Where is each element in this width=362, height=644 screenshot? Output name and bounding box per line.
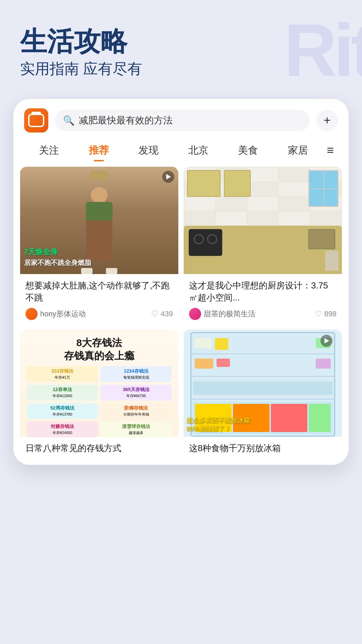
logo-icon [28,114,44,127]
play-button-1[interactable] [162,171,174,183]
play-triangle-icon-2 [324,338,329,343]
background-watermark: Rit [284,13,362,87]
card-kitchen-author: 甜茶的极简生活 [189,308,255,320]
likes-count-2: 898 [324,310,337,318]
card-fridge[interactable]: 这么多东西不能放冰箱 90%都做错了！ 这8种食物千万别放冰箱 [184,329,342,458]
savings-item-52: 52周存钱法 年存¥13780 [27,403,98,419]
heart-icon-2: ♡ [315,309,322,319]
overlay-text-green: 7天焕全身 [24,247,174,257]
card-fridge-info: 这8种食物千万别放冰箱 [184,437,342,458]
card-fitness-meta: hony形体运动 ♡ 439 [25,308,173,320]
savings-item-bet: 对赌存钱法 年存¥24000 [27,422,98,437]
card-kitchen[interactable]: 这才是我心中理想的厨房设计：3.75㎡超小空间... 甜茶的极简生活 ♡ 898 [184,167,342,324]
card-kitchen-info: 这才是我心中理想的厨房设计：3.75㎡超小空间... 甜茶的极简生活 ♡ 898 [184,274,342,324]
play-button-2[interactable] [320,335,333,347]
overlay-text-white: 居家不跑不跳全身燃脂 [24,258,174,267]
search-input-text[interactable]: 减肥最快最有效的方法 [79,114,302,127]
savings-item-1234: 1234存钱法 每笔钱理财实现 [101,366,172,382]
search-icon: 🔍 [63,115,75,126]
card-fitness-likes: ♡ 439 [151,309,173,319]
search-bar[interactable]: 🔍 减肥最快最有效的方法 [55,110,310,131]
card-fitness-info: 想要减掉大肚腩,这个动作就够了,不跑不跳 hony形体运动 ♡ 439 [20,274,178,324]
app-header: 🔍 减肥最快最有效的方法 + [13,99,349,138]
plus-button[interactable]: + [316,110,338,131]
fitness-overlay: 7天焕全身 居家不跑不跳全身燃脂 [24,247,174,267]
card-savings[interactable]: 8大存钱法 存钱真的会上瘾 333存钱法 年存¥1万 1234存钱法 每笔钱理财… [20,329,178,458]
savings-title: 8大存钱法 存钱真的会上瘾 [27,336,172,362]
card-savings-info: 日常八种常见的存钱方式 [20,437,178,458]
nav-menu-icon[interactable]: ≡ [323,141,338,160]
savings-item-365: 365天存钱法 年存¥66795 [101,385,172,400]
hero-section: Rit 生活攻略 实用指南 应有尽有 [0,0,362,92]
app-logo[interactable] [24,108,48,132]
logo-strap [32,112,41,115]
savings-item-ladder: 阶梯存钱法 分期存年年有钱 [101,403,172,419]
savings-item-snowball: 滚雪球存钱法 越滚越多 [101,422,172,437]
fridge-overlay: 这么多东西不能放冰箱 90%都做错了！ [186,417,339,433]
card-fridge-title: 这8种食物千万别放冰箱 [189,442,337,454]
heart-icon-1: ♡ [151,309,159,319]
phone-card: 🔍 减肥最快最有效的方法 + 关注 推荐 发现 北京 美食 家居 ≡ [13,99,349,465]
author-name-1: hony形体运动 [40,309,86,319]
tab-recommend[interactable]: 推荐 [74,141,124,160]
tab-beijing[interactable]: 北京 [174,141,224,160]
card-fridge-image: 这么多东西不能放冰箱 90%都做错了！ [184,329,342,437]
content-grid: 7天焕全身 居家不跑不跳全身燃脂 想要减掉大肚腩,这个动作就够了,不跑不跳 ho… [13,167,349,465]
play-triangle-icon [166,174,171,179]
savings-item-333: 333存钱法 年存¥1万 [27,366,98,382]
savings-item-12: 12存单法 年存¥12000 [27,385,98,400]
card-savings-image: 8大存钱法 存钱真的会上瘾 333存钱法 年存¥1万 1234存钱法 每笔钱理财… [20,329,178,437]
tab-follow[interactable]: 关注 [24,141,74,160]
savings-grid: 333存钱法 年存¥1万 1234存钱法 每笔钱理财实现 12存单法 年存¥12… [27,366,172,437]
author-avatar-2 [189,308,201,320]
card-fitness-image: 7天焕全身 居家不跑不跳全身燃脂 [20,167,178,274]
card-fitness-author: hony形体运动 [25,308,86,320]
nav-tabs: 关注 推荐 发现 北京 美食 家居 ≡ [13,138,349,167]
tab-home[interactable]: 家居 [273,141,323,160]
likes-count-1: 439 [161,310,173,318]
card-kitchen-meta: 甜茶的极简生活 ♡ 898 [189,308,337,320]
fridge-overlay-text-2: 90%都做错了！ [186,425,339,433]
author-name-2: 甜茶的极简生活 [204,309,255,319]
card-fitness-title: 想要减掉大肚腩,这个动作就够了,不跑不跳 [25,279,173,304]
card-kitchen-image [184,167,342,274]
card-fitness[interactable]: 7天焕全身 居家不跑不跳全身燃脂 想要减掉大肚腩,这个动作就够了,不跑不跳 ho… [20,167,178,324]
card-kitchen-likes: ♡ 898 [315,309,337,319]
card-savings-title: 日常八种常见的存钱方式 [25,442,173,454]
author-avatar-1 [25,308,38,320]
tab-discover[interactable]: 发现 [124,141,174,160]
fridge-overlay-text-1: 这么多东西不能放冰箱 [186,417,339,425]
card-kitchen-title: 这才是我心中理想的厨房设计：3.75㎡超小空间... [189,279,337,304]
tab-food[interactable]: 美食 [223,141,273,160]
